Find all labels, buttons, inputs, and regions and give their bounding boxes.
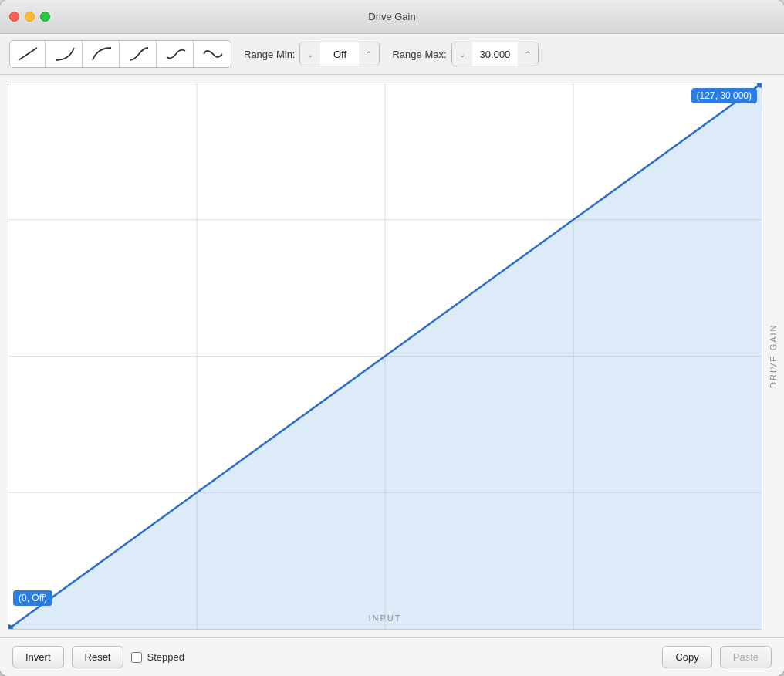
maximize-button[interactable] — [40, 12, 50, 22]
title-bar: Drive Gain — [0, 0, 784, 34]
chart-area: (127, 30.000) (0, Off) INPUT DRIVE GAIN — [0, 75, 784, 637]
curve-s-button[interactable] — [121, 41, 157, 67]
range-max-down-button[interactable]: ⌄ — [452, 42, 472, 66]
curve-concave-button[interactable] — [84, 41, 120, 67]
curve-s3-button[interactable] — [195, 41, 231, 67]
range-max-up-button[interactable]: ⌃ — [518, 42, 538, 66]
range-min-up-button[interactable]: ⌃ — [359, 42, 379, 66]
svg-line-0 — [19, 48, 37, 60]
invert-button[interactable]: Invert — [12, 646, 64, 668]
copy-button[interactable]: Copy — [662, 646, 711, 668]
range-max-value: 30.000 — [472, 49, 519, 60]
close-button[interactable] — [9, 12, 19, 22]
range-max-group: Range Max: ⌄ 30.000 ⌃ — [392, 42, 539, 66]
range-min-group: Range Min: ⌄ Off ⌃ — [244, 42, 380, 66]
curve-linear-up-button[interactable] — [10, 41, 46, 67]
window-title: Drive Gain — [368, 11, 415, 22]
chart-point-end-label: (127, 30.000) — [691, 88, 757, 103]
chart-x-axis-label: INPUT — [369, 613, 402, 623]
curve-buttons-group — [9, 40, 231, 68]
stepped-label: Stepped — [147, 651, 184, 663]
app-window: Drive Gain — [0, 0, 784, 676]
chart-point-start-label: (0, Off) — [13, 590, 52, 606]
toolbar: Range Min: ⌄ Off ⌃ Range Max: ⌄ 30.000 ⌃ — [0, 34, 784, 75]
bottom-bar: Invert Reset Stepped Copy Paste — [0, 637, 784, 676]
curve-convex-button[interactable] — [47, 41, 83, 67]
traffic-lights — [9, 12, 50, 22]
range-max-control: ⌄ 30.000 ⌃ — [451, 42, 539, 66]
range-min-control: ⌄ Off ⌃ — [299, 42, 380, 66]
range-max-label: Range Max: — [392, 49, 446, 60]
paste-button[interactable]: Paste — [720, 646, 772, 668]
chart-y-axis-label: DRIVE GAIN — [762, 83, 784, 630]
range-min-value: Off — [320, 49, 359, 60]
stepped-checkbox[interactable] — [131, 652, 142, 663]
reset-button[interactable]: Reset — [72, 646, 124, 668]
range-min-down-button[interactable]: ⌄ — [300, 42, 320, 66]
chart-container[interactable]: (127, 30.000) (0, Off) INPUT — [8, 83, 762, 630]
range-min-label: Range Min: — [244, 49, 295, 60]
curve-s2-button[interactable] — [158, 41, 194, 67]
stepped-group: Stepped — [131, 651, 184, 663]
minimize-button[interactable] — [25, 12, 35, 22]
chart-svg — [8, 83, 762, 629]
